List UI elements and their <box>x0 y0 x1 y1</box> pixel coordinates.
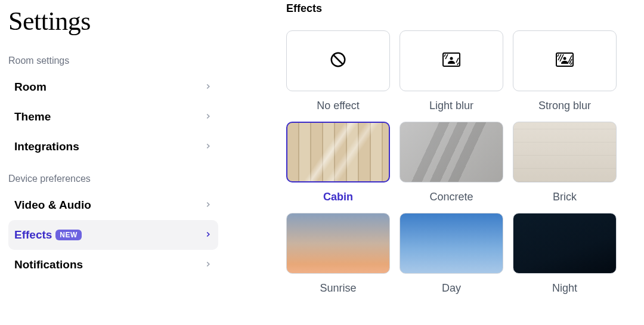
sidebar: Settings Room settings Room Theme Integr… <box>0 0 227 325</box>
sidebar-item-integrations[interactable]: Integrations <box>8 132 218 162</box>
effect-concrete[interactable]: Concrete <box>400 122 503 203</box>
chevron-right-icon <box>204 140 212 153</box>
effect-no-effect[interactable]: No effect <box>286 30 390 112</box>
effect-thumb <box>513 122 617 182</box>
effects-grid: No effect Light blur <box>286 30 626 295</box>
svg-point-7 <box>450 57 453 60</box>
effect-thumb <box>400 30 503 91</box>
svg-line-6 <box>457 63 459 65</box>
new-badge: NEW <box>55 230 82 240</box>
svg-line-14 <box>571 63 572 65</box>
effect-thumb <box>400 213 503 274</box>
chevron-right-icon <box>204 110 212 123</box>
sidebar-item-label: Theme <box>14 110 51 123</box>
effect-day[interactable]: Day <box>400 213 503 295</box>
svg-line-5 <box>456 58 459 63</box>
effect-strong-blur[interactable]: Strong blur <box>513 30 617 112</box>
chevron-right-icon <box>204 228 212 242</box>
sidebar-item-effects[interactable]: Effects NEW <box>8 220 218 250</box>
effect-thumb <box>513 213 617 274</box>
sidebar-item-label: Room <box>14 81 47 94</box>
sidebar-item-label: Notifications <box>14 258 83 271</box>
no-effect-icon <box>329 51 347 71</box>
svg-line-12 <box>568 55 572 63</box>
effect-label: Strong blur <box>538 100 591 112</box>
effect-label: Night <box>552 282 577 295</box>
light-blur-icon <box>442 52 461 70</box>
effect-label: Sunrise <box>320 282 356 295</box>
chevron-right-icon <box>204 81 212 94</box>
chevron-right-icon <box>204 258 212 271</box>
sidebar-item-video-audio[interactable]: Video & Audio <box>8 190 218 220</box>
svg-line-4 <box>445 54 448 59</box>
effect-thumb <box>400 122 503 182</box>
effect-brick[interactable]: Brick <box>513 122 617 203</box>
effect-thumb <box>286 30 390 91</box>
sidebar-item-notifications[interactable]: Notifications <box>8 250 218 280</box>
effect-sunrise[interactable]: Sunrise <box>286 213 390 295</box>
section-label-room-settings: Room settings <box>8 55 218 66</box>
effect-label: Concrete <box>429 191 473 203</box>
svg-line-1 <box>334 55 343 64</box>
effect-thumb <box>513 30 617 91</box>
main-title: Effects <box>286 2 626 15</box>
strong-blur-icon <box>555 52 574 70</box>
svg-line-3 <box>444 54 445 57</box>
effect-label: No effect <box>317 100 360 112</box>
effect-light-blur[interactable]: Light blur <box>400 30 503 112</box>
svg-point-15 <box>564 57 566 60</box>
chevron-right-icon <box>204 199 212 212</box>
sidebar-item-label: Video & Audio <box>14 199 91 212</box>
effect-label: Brick <box>553 191 577 203</box>
svg-line-9 <box>558 54 559 57</box>
effect-night[interactable]: Night <box>513 213 617 295</box>
section-label-device-preferences: Device preferences <box>8 174 218 184</box>
effect-label: Cabin <box>323 191 353 203</box>
effect-thumb <box>286 213 390 274</box>
sidebar-item-label: Effects <box>14 228 52 242</box>
sidebar-item-room[interactable]: Room <box>8 72 218 102</box>
main-panel: Effects No effect <box>227 0 644 325</box>
effect-label: Light blur <box>429 100 473 112</box>
sidebar-item-label: Integrations <box>14 140 79 153</box>
effect-thumb <box>286 122 390 182</box>
effect-label: Day <box>442 282 461 295</box>
page-title: Settings <box>8 6 218 36</box>
sidebar-item-theme[interactable]: Theme <box>8 102 218 132</box>
effect-cabin[interactable]: Cabin <box>286 122 390 203</box>
